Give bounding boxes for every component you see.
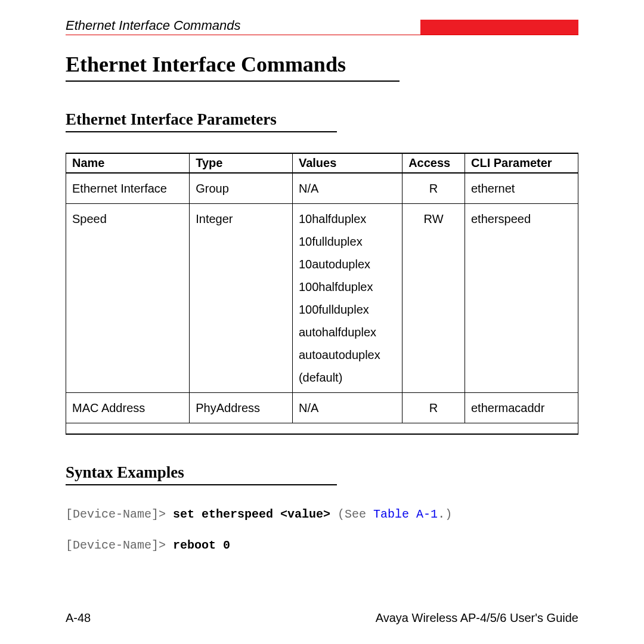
parameters-table: Name Type Values Access CLI Parameter Et… [66, 153, 578, 435]
cell-access: R [402, 173, 465, 204]
page-number: A-48 [66, 611, 91, 625]
cell-values: N/A [292, 173, 402, 204]
guide-name: Avaya Wireless AP-4/5/6 User's Guide [376, 611, 578, 625]
cell-values: N/A [292, 393, 402, 423]
code-command: set etherspeed <value> [173, 507, 330, 521]
table-blank-row [66, 423, 578, 434]
cell-type: Group [190, 173, 293, 204]
page-footer: A-48 Avaya Wireless AP-4/5/6 User's Guid… [66, 611, 578, 625]
cell-name: MAC Address [66, 393, 190, 423]
cell-name: Speed [66, 204, 190, 393]
brand-color-block [420, 20, 578, 35]
section-parameters-title: Ethernet Interface Parameters [66, 110, 337, 132]
cell-access: RW [402, 204, 465, 393]
code-line: [Device-Name]> reboot 0 [66, 537, 578, 555]
section-syntax-title: Syntax Examples [66, 463, 337, 485]
col-header-values: Values [292, 153, 402, 173]
code-prompt: [Device-Name]> [66, 507, 173, 521]
cell-type: PhyAddress [190, 393, 293, 423]
page-header: Ethernet Interface Commands [66, 18, 578, 35]
code-line: [Device-Name]> set etherspeed <value> (S… [66, 506, 578, 524]
page-title: Ethernet Interface Commands [66, 52, 400, 82]
cell-cli: ethermacaddr [465, 393, 578, 423]
col-header-access: Access [402, 153, 465, 173]
col-header-name: Name [66, 153, 190, 173]
code-command: reboot 0 [173, 538, 230, 552]
syntax-examples: [Device-Name]> set etherspeed <value> (S… [66, 506, 578, 555]
table-row: Ethernet Interface Group N/A R ethernet [66, 173, 578, 204]
cell-type: Integer [190, 204, 293, 393]
code-link[interactable]: Table A-1 [373, 507, 438, 521]
cell-values: 10halfduplex 10fullduplex 10autoduplex 1… [292, 204, 402, 393]
code-note-suffix: .) [438, 507, 452, 521]
table-row: MAC Address PhyAddress N/A R ethermacadd… [66, 393, 578, 423]
col-header-cli: CLI Parameter [465, 153, 578, 173]
running-title: Ethernet Interface Commands [66, 18, 240, 33]
table-row: Speed Integer 10halfduplex 10fullduplex … [66, 204, 578, 393]
code-note-prefix: (See [330, 507, 373, 521]
cell-name: Ethernet Interface [66, 173, 190, 204]
cell-cli: ethernet [465, 173, 578, 204]
cell-access: R [402, 393, 465, 423]
table-header-row: Name Type Values Access CLI Parameter [66, 153, 578, 173]
cell-cli: etherspeed [465, 204, 578, 393]
code-prompt: [Device-Name]> [66, 538, 173, 552]
col-header-type: Type [190, 153, 293, 173]
